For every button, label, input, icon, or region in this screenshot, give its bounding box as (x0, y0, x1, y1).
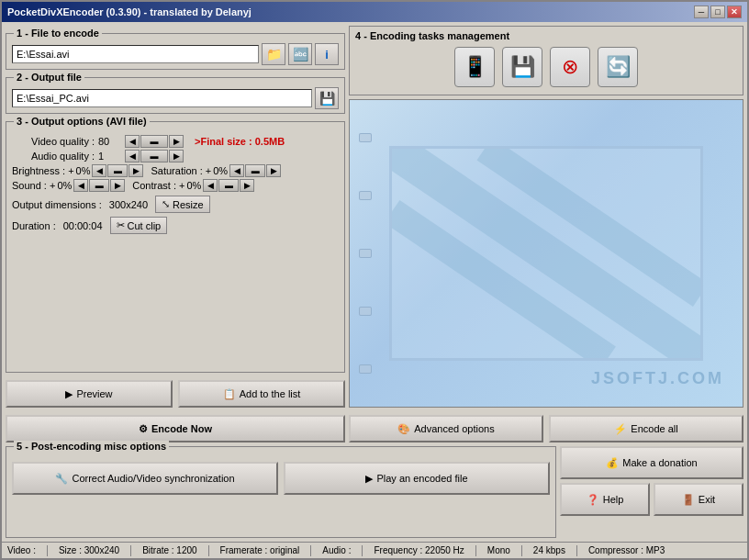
film-holes-left (359, 100, 377, 407)
browse-file-button[interactable]: 📁 (262, 43, 285, 65)
contrast-label: Contrast : + (132, 180, 184, 191)
duration-row: Duration : 00:00:04 ✂ Cut clip (12, 217, 339, 234)
video-quality-row: Video quality : 80 ◀ ▬ ▶ >Final size : 0… (12, 135, 339, 148)
section4-label: 4 - Encoding tasks management (355, 30, 737, 41)
status-kbps: 24 kbps (533, 545, 565, 555)
dims-label: Output dimensions : (12, 199, 102, 210)
sound-label: Sound : + (12, 180, 55, 191)
help-button[interactable]: ❓ Help (560, 483, 650, 516)
encoding-tool3-button[interactable]: ⊗ (550, 47, 590, 87)
options-inner: Video quality : 80 ◀ ▬ ▶ >Final size : 0… (12, 126, 339, 234)
brightness-up[interactable]: ▶ (129, 164, 143, 177)
sound-down[interactable]: ◀ (73, 179, 88, 192)
encoding-toolbar: 📱 💾 ⊗ 🔄 (355, 47, 737, 87)
film-lines-svg (392, 149, 700, 358)
contrast-slider[interactable]: ▬ (218, 179, 239, 192)
donation-section: 💰 Make a donation ❓ Help 🚪 Exit (560, 446, 743, 538)
help-icon: ❓ (587, 494, 599, 506)
folder-icon: 📁 (266, 47, 282, 62)
status-audio-label: Audio : (322, 545, 351, 555)
section2-label: 2 - Output file (14, 72, 84, 83)
status-compressor: Compressor : MP3 (588, 545, 665, 555)
saturation-slider[interactable]: ▬ (245, 164, 265, 177)
brightness-controls: ◀ ▬ ▶ (92, 164, 143, 177)
donate-button[interactable]: 💰 Make a donation (560, 446, 743, 479)
status-sep6 (475, 545, 476, 556)
file-input[interactable] (12, 45, 259, 63)
final-size-label: >Final size : 0.5MB (195, 136, 285, 147)
add-to-list-button[interactable]: 📋 Add to the list (178, 380, 345, 408)
status-framerate: Framerate : original (220, 545, 300, 555)
film-hole (359, 364, 372, 374)
window-title: PocketDivXEncoder (0.3.90) - translated … (7, 6, 252, 17)
status-video-label: Video : (7, 545, 36, 555)
status-sep8 (576, 545, 577, 556)
info-icon: i (325, 48, 329, 62)
left-panel: 1 - File to encode 📁 🔤 i (6, 26, 345, 442)
saturation-up[interactable]: ▶ (266, 164, 281, 177)
audio-quality-row: Audio quality : 1 ◀ ▬ ▶ (12, 150, 339, 162)
sound-value: 0% (57, 180, 72, 191)
donate-icon: 💰 (606, 457, 619, 469)
status-size: Size : 300x240 (59, 545, 119, 555)
sound-slider[interactable]: ▬ (89, 179, 109, 192)
dims-value: 300x240 (109, 199, 148, 210)
encode-all-button[interactable]: ⚡ Encode all (549, 415, 743, 442)
stop-icon: ⊗ (562, 55, 578, 79)
post-encoding-section: 5 - Post-encoding misc options 🔧 Correct… (6, 446, 556, 538)
maximize-button[interactable]: □ (710, 6, 725, 18)
play-icon: ▶ (365, 473, 373, 485)
post-encoding-buttons: 🔧 Correct Audio/Video synchronization ▶ … (12, 462, 550, 495)
video-quality-up[interactable]: ▶ (169, 135, 184, 148)
info-button[interactable]: i (315, 43, 339, 65)
film-hole (359, 191, 372, 200)
brightness-down[interactable]: ◀ (92, 164, 106, 177)
cut-clip-button[interactable]: ✂ Cut clip (110, 217, 168, 234)
audio-quality-slider[interactable]: ▬ (140, 150, 168, 162)
titlebar: PocketDivXEncoder (0.3.90) - translated … (2, 2, 747, 22)
output-browse-button[interactable]: 💾 (315, 87, 339, 109)
play-encoded-button[interactable]: ▶ Play an encoded file (284, 462, 550, 495)
save-icon: 💾 (319, 91, 335, 106)
status-sep7 (521, 545, 522, 556)
audio-quality-up[interactable]: ▶ (169, 150, 184, 162)
output-file-input[interactable] (12, 89, 312, 107)
add-list-icon: 📋 (223, 388, 236, 400)
preview-button[interactable]: ▶ Preview (6, 380, 173, 408)
audio-quality-down[interactable]: ◀ (125, 150, 140, 162)
encoding-tool2-button[interactable]: 💾 (502, 47, 542, 87)
advanced-icon: 🎨 (397, 423, 410, 435)
film-hole (359, 249, 372, 258)
resize-button[interactable]: ⤡ Resize (155, 196, 210, 213)
status-sep2 (130, 545, 131, 556)
status-mono: Mono (487, 545, 510, 555)
scissors-icon: ✂ (117, 219, 125, 231)
status-sep1 (47, 545, 48, 556)
encode-now-button[interactable]: ⚙ Encode Now (6, 415, 345, 442)
close-button[interactable]: ✕ (727, 6, 742, 18)
brightness-saturation-row: Brightness : + 0% ◀ ▬ ▶ Saturation : + (12, 164, 339, 177)
video-quality-value: 80 (98, 136, 121, 147)
minimize-button[interactable]: ─ (694, 6, 709, 18)
video-quality-slider[interactable]: ▬ (140, 135, 168, 148)
video-quality-controls: ◀ ▬ ▶ (125, 135, 184, 148)
encoding-tool1-button[interactable]: 📱 (454, 47, 495, 87)
encoding-tool4-button[interactable]: 🔄 (598, 47, 638, 87)
contrast-up[interactable]: ▶ (240, 179, 254, 192)
video-quality-down[interactable]: ◀ (125, 135, 140, 148)
saturation-down[interactable]: ◀ (229, 164, 244, 177)
correct-av-button[interactable]: 🔧 Correct Audio/Video synchronization (12, 462, 278, 495)
advanced-options-button[interactable]: 🎨 Advanced options (349, 415, 543, 442)
film-hole (359, 307, 372, 316)
sound-up[interactable]: ▶ (110, 179, 125, 192)
window-controls: ─ □ ✕ (694, 6, 742, 18)
exit-icon: 🚪 (682, 494, 695, 506)
edit-file-button[interactable]: 🔤 (288, 43, 312, 65)
brightness-slider[interactable]: ▬ (107, 164, 128, 177)
contrast-down[interactable]: ◀ (203, 179, 218, 192)
app-window: PocketDivXEncoder (0.3.90) - translated … (0, 0, 749, 560)
encode-icon: ⚙ (139, 423, 148, 435)
exit-button[interactable]: 🚪 Exit (654, 483, 743, 516)
refresh-icon: 🔄 (606, 55, 631, 79)
bottom-section: 5 - Post-encoding misc options 🔧 Correct… (6, 446, 743, 538)
